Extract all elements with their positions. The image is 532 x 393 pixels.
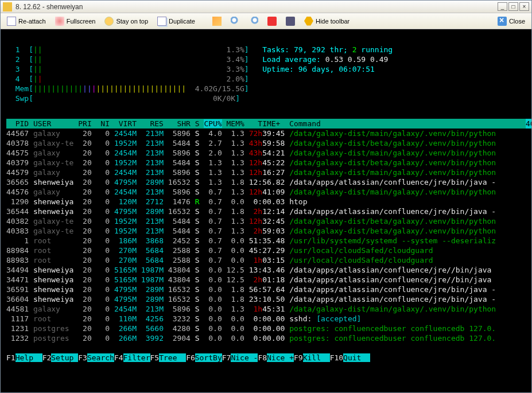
close-window-button[interactable]: × [519, 2, 529, 11]
zoom-in-icon [231, 17, 240, 26]
table-row[interactable]: 44581 galaxy 20 0 2454M 213M 5896 S 0.0 … [6, 304, 526, 314]
table-row[interactable]: 36544 shenweiya 20 0 4795M 289M 16532 S … [6, 207, 526, 216]
table-row[interactable]: 40379 galaxy-te 20 0 1952M 213M 5484 S 1… [6, 158, 526, 168]
mem-val: 4.02G/15.5G [195, 84, 244, 93]
uptime-label: Uptime: [262, 65, 298, 73]
tasks-label: Tasks: [262, 45, 294, 54]
table-row[interactable]: 40383 galaxy-te 20 0 1952M 213M 5484 S 0… [6, 226, 526, 236]
table-row[interactable]: 44579 galaxy 20 0 2454M 213M 5896 S 1.3 … [6, 168, 526, 177]
window-title: 8. 12.62 - shenweiyan [15, 3, 498, 11]
edit-button[interactable] [208, 15, 226, 28]
fkey-F8[interactable]: F8 [258, 353, 267, 362]
stay-on-top-label: Stay on top [116, 18, 148, 25]
fkey-label: Filter [123, 353, 150, 362]
fkey-F7[interactable]: F7 [222, 353, 231, 362]
reattach-icon [7, 17, 16, 26]
fkey-label: Nice - [231, 353, 258, 362]
table-row[interactable]: 34471 shenweiya 20 0 5165M 1987M 43804 S… [6, 275, 526, 285]
hide-toolbar-label: Hide toolbar [316, 18, 350, 25]
cpu4-pct: 2.0% [227, 75, 244, 83]
save-button[interactable] [263, 15, 281, 28]
app-window: 8. 12.62 - shenweiyan _ □ × Re-attach Fu… [0, 0, 532, 393]
table-row[interactable]: 44576 galaxy 20 0 2454M 213M 5896 S 0.7 … [6, 187, 526, 197]
table-row[interactable]: 44567 galaxy 20 0 2454M 213M 5896 S 4.0 … [6, 129, 526, 138]
close-label: Close [509, 18, 525, 25]
table-row[interactable]: 44575 galaxy 20 0 2454M 213M 5896 S 2.0 … [6, 148, 526, 158]
fkey-label: Help [15, 353, 42, 362]
fkey-F5[interactable]: F5 [150, 353, 160, 362]
load-vals: 0.53 0.59 0.49 [325, 55, 389, 64]
fkey-label: Quit [343, 353, 370, 362]
duplicate-button[interactable]: Duplicate [153, 15, 199, 28]
fkey-label: Nice + [267, 353, 294, 362]
stay-on-top-button[interactable]: Stay on top [100, 15, 152, 28]
table-row[interactable]: 36591 shenweiya 20 0 4795M 289M 16532 S … [6, 285, 526, 294]
table-row[interactable]: 1290 shenweiya 20 0 120M 2712 1476 R 0.7… [6, 197, 526, 207]
meters-section: 1 [|| 1.3%] Tasks: 79, 292 thr; 2 runnin… [6, 45, 526, 103]
reattach-button[interactable]: Re-attach [3, 15, 50, 28]
load-label: Load average: [262, 55, 325, 64]
table-row[interactable]: 88984 root 20 0 270M 5684 2588 S 0.7 0.0… [6, 246, 526, 255]
pin-icon [104, 17, 114, 26]
terminal[interactable]: 1 [|| 1.3%] Tasks: 79, 292 thr; 2 runnin… [1, 29, 531, 392]
close-button[interactable]: Close [494, 15, 529, 28]
hide-toolbar-button[interactable]: Hide toolbar [300, 15, 354, 28]
print-button[interactable] [282, 15, 299, 28]
table-row[interactable]: 1117 root 20 0 110M 4256 3232 S 0.0 0.0 … [6, 314, 526, 324]
close-icon [498, 17, 507, 26]
table-row[interactable]: 34494 shenweiya 20 0 5165M 1987M 43804 S… [6, 265, 526, 275]
cpu3-pct: 3.3% [227, 65, 244, 73]
zoom-out-button[interactable] [245, 15, 262, 28]
fullscreen-button[interactable]: Fullscreen [51, 15, 100, 28]
table-row[interactable]: 40382 galaxy-te 20 0 1952M 213M 5484 S 0… [6, 216, 526, 226]
fkey-F2[interactable]: F2 [42, 353, 52, 362]
fkey-F3[interactable]: F3 [78, 353, 87, 362]
fkey-label: Kill [303, 353, 330, 362]
fkey-F1[interactable]: F1 [6, 353, 15, 362]
function-keys[interactable]: F1Help F2Setup F3SearchF4FilterF5Tree F6… [6, 353, 526, 363]
fkey-F9[interactable]: F9 [294, 353, 303, 362]
fkey-label: Setup [51, 353, 78, 362]
swp-val: 0K/0K [213, 94, 235, 103]
app-icon [3, 2, 12, 11]
fullscreen-icon [55, 17, 64, 26]
zoom-in-button[interactable] [227, 15, 244, 28]
fullscreen-label: Fullscreen [67, 18, 96, 25]
duplicate-label: Duplicate [169, 18, 195, 25]
minimize-button[interactable]: _ [498, 2, 507, 11]
cpu2-pct: 3.4% [227, 55, 244, 64]
window-controls: _ □ × [498, 2, 529, 11]
fkey-label: SortBy [195, 353, 222, 362]
table-row[interactable]: 40370 galaxy-te 20 0 1952M 213M 5484 S 4… [526, 119, 531, 129]
titlebar[interactable]: 8. 12.62 - shenweiyan _ □ × [1, 1, 531, 13]
fkey-label: Tree [159, 353, 186, 362]
process-table[interactable]: PID USER PRI NI VIRT RES SHR S CPU% MEM%… [6, 119, 526, 343]
maximize-button[interactable]: □ [508, 2, 518, 11]
printer-icon [286, 17, 295, 26]
table-row[interactable]: 36604 shenweiya 20 0 4795M 289M 16532 S … [6, 294, 526, 304]
table-row[interactable]: 36565 shenweiya 20 0 4795M 289M 16532 S … [6, 177, 526, 187]
lightning-icon [304, 17, 313, 26]
toolbar: Re-attach Fullscreen Stay on top Duplica… [1, 13, 531, 29]
fkey-F10[interactable]: F10 [330, 353, 343, 362]
fkey-F4[interactable]: F4 [114, 353, 123, 362]
table-row[interactable]: 1231 postgres 20 0 266M 5660 4280 S 0.0 … [6, 324, 526, 333]
pencil-icon [212, 17, 222, 26]
zoom-out-icon [249, 17, 258, 26]
table-row[interactable]: 1 root 20 0 186M 3868 2452 S 0.7 0.0 51:… [6, 236, 526, 246]
cpu1-pct: 1.3% [227, 45, 244, 54]
table-row[interactable]: 88983 root 20 0 270M 5684 2588 S 0.7 0.0… [6, 255, 526, 265]
table-row[interactable]: 40378 galaxy-te 20 0 1952M 213M 5484 S 2… [6, 138, 526, 148]
mem-label: Mem [15, 84, 29, 93]
reattach-label: Re-attach [18, 18, 46, 25]
fkey-F6[interactable]: F6 [186, 353, 195, 362]
fkey-label: Search [87, 353, 114, 362]
disk-icon [267, 17, 277, 26]
table-header-row: PID USER PRI NI VIRT RES SHR S CPU% MEM%… [6, 119, 526, 129]
table-row[interactable]: 1232 postgres 20 0 266M 3992 2904 S 0.0 … [6, 333, 526, 343]
swp-label: Swp [15, 94, 29, 103]
uptime-val: 96 days, 06:07:51 [298, 65, 375, 73]
duplicate-icon [157, 17, 166, 26]
